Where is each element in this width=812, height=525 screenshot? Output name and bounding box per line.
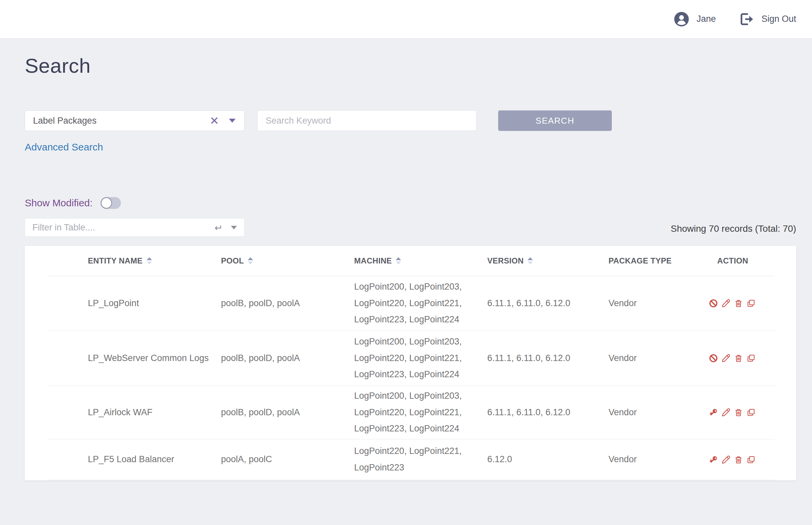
entity-name-cell: LP_LogPoint	[48, 295, 221, 312]
show-modified-label: Show Modified:	[25, 197, 93, 209]
version-cell: 6.12.0	[487, 451, 609, 468]
edit-icon[interactable]	[721, 299, 731, 308]
copy-icon[interactable]	[746, 408, 756, 417]
column-header[interactable]: POOL	[221, 256, 354, 266]
top-bar: Jane Sign Out	[0, 0, 812, 38]
delete-icon[interactable]	[734, 455, 743, 465]
table-row: LP_LogPoint poolB, poolD, poolA LogPoint…	[48, 276, 775, 331]
show-modified-toggle[interactable]	[100, 197, 121, 209]
copy-icon[interactable]	[746, 455, 756, 465]
keyword-input[interactable]	[257, 110, 477, 131]
toggle-knob	[101, 197, 112, 209]
ban-icon[interactable]	[708, 354, 718, 363]
search-controls: Label Packages ✕ SEARCH	[25, 110, 796, 131]
pool-cell: poolB, poolD, poolA	[221, 295, 354, 312]
action-cell	[708, 299, 775, 308]
advanced-search-link[interactable]: Advanced Search	[25, 141, 103, 153]
sort-icon[interactable]	[147, 257, 152, 265]
pool-cell: poolB, poolD, poolA	[221, 350, 354, 366]
table-body: LP_LogPoint poolB, poolD, poolA LogPoint…	[25, 276, 796, 480]
machine-cell: LogPoint200, LogPoint203, LogPoint220, L…	[354, 388, 487, 437]
entity-name-cell: LP_Airlock WAF	[48, 404, 221, 421]
copy-icon[interactable]	[746, 299, 756, 308]
records-summary: Showing 70 records (Total: 70)	[671, 224, 796, 234]
machine-cell: LogPoint200, LogPoint203, LogPoint220, L…	[354, 279, 487, 328]
package-type-cell: Vendor	[609, 295, 717, 312]
version-cell: 6.11.1, 6.11.0, 6.12.0	[487, 295, 609, 312]
sign-out-label: Sign Out	[762, 14, 796, 24]
ban-icon[interactable]	[708, 299, 718, 308]
table-filter	[25, 218, 245, 237]
column-header[interactable]: ENTITY NAME	[48, 256, 221, 266]
main-content: Search Label Packages ✕ SEARCH Advanced …	[0, 38, 812, 500]
action-cell	[708, 455, 775, 465]
column-header-label: ACTION	[717, 256, 748, 266]
sign-out-icon	[740, 13, 754, 26]
entity-name-cell: LP_F5 Load Balancer	[48, 451, 221, 468]
column-header-label: PACKAGE TYPE	[609, 256, 672, 266]
package-type-cell: Vendor	[609, 350, 717, 366]
user-avatar-icon	[674, 12, 689, 27]
column-header-label: POOL	[221, 256, 244, 266]
machine-cell: LogPoint220, LogPoint221, LogPoint223	[354, 443, 487, 476]
table-row: LP_F5 Load Balancer poolA, poolC LogPoin…	[48, 439, 775, 480]
user-menu[interactable]: Jane	[674, 12, 716, 27]
column-header[interactable]: VERSION	[487, 256, 609, 266]
edit-icon[interactable]	[721, 354, 731, 363]
search-button[interactable]: SEARCH	[498, 110, 612, 131]
table-row: LP_Airlock WAF poolB, poolD, poolA LogPo…	[48, 386, 775, 439]
column-header-label: ENTITY NAME	[88, 256, 143, 266]
column-header: PACKAGE TYPE	[609, 256, 717, 266]
package-type-cell: Vendor	[609, 404, 717, 421]
column-header[interactable]: MACHINE	[354, 256, 487, 266]
column-header: ACTION	[717, 256, 775, 266]
page-title: Search	[25, 54, 796, 77]
results-table: ENTITY NAME POOL MACHINE VERSION PACKAGE…	[25, 246, 796, 480]
edit-icon[interactable]	[721, 408, 731, 417]
table-filter-input[interactable]	[25, 219, 213, 236]
delete-icon[interactable]	[734, 408, 743, 417]
action-cell	[708, 408, 775, 417]
selected-category: Label Packages	[33, 116, 210, 126]
edit-icon[interactable]	[721, 455, 731, 465]
search-category-select[interactable]: Label Packages ✕	[25, 110, 245, 131]
table-row: LP_WebServer Common Logs poolB, poolD, p…	[48, 331, 775, 386]
sign-out-button[interactable]: Sign Out	[740, 13, 796, 26]
chevron-down-icon[interactable]	[229, 119, 236, 123]
delete-icon[interactable]	[734, 354, 743, 363]
key-icon[interactable]	[708, 455, 718, 465]
pool-cell: poolB, poolD, poolA	[221, 404, 354, 421]
copy-icon[interactable]	[746, 354, 756, 363]
clear-selection-icon[interactable]: ✕	[210, 115, 219, 126]
sort-icon[interactable]	[248, 257, 253, 265]
entity-name-cell: LP_WebServer Common Logs	[48, 350, 221, 366]
chevron-down-icon[interactable]	[231, 226, 237, 229]
pool-cell: poolA, poolC	[221, 451, 354, 468]
key-icon[interactable]	[708, 408, 718, 417]
delete-icon[interactable]	[734, 299, 743, 308]
version-cell: 6.11.1, 6.11.0, 6.12.0	[487, 404, 609, 421]
package-type-cell: Vendor	[609, 451, 717, 468]
user-name: Jane	[697, 14, 716, 24]
table-header-row: ENTITY NAME POOL MACHINE VERSION PACKAGE…	[48, 246, 775, 276]
filter-row: Showing 70 records (Total: 70)	[25, 218, 796, 237]
enter-icon[interactable]	[213, 223, 222, 232]
column-header-label: VERSION	[487, 256, 524, 266]
action-cell	[708, 354, 775, 363]
sort-icon[interactable]	[528, 257, 533, 265]
version-cell: 6.11.1, 6.11.0, 6.12.0	[487, 350, 609, 366]
sort-icon[interactable]	[396, 257, 401, 265]
column-header-label: MACHINE	[354, 256, 392, 266]
machine-cell: LogPoint200, LogPoint203, LogPoint220, L…	[354, 334, 487, 383]
show-modified-row: Show Modified:	[25, 197, 796, 209]
